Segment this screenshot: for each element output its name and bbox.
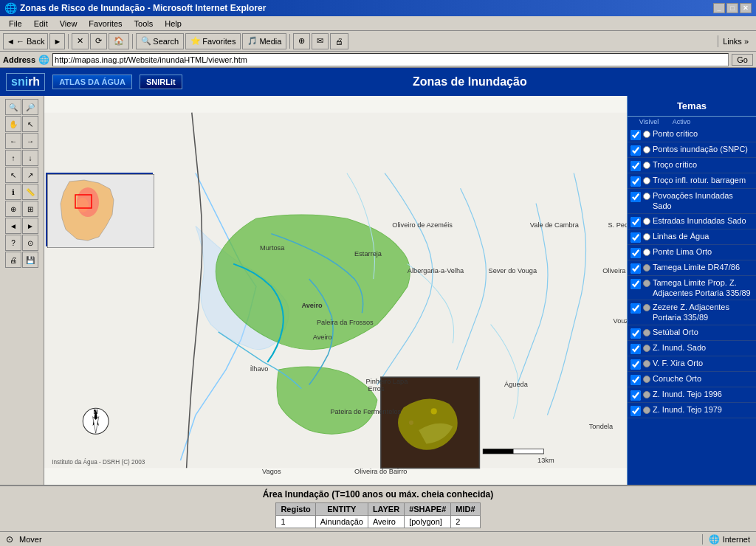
pan-button[interactable]: ✋: [5, 116, 21, 132]
theme-label-13: V. F. Xira Orto: [653, 358, 753, 368]
theme-checkbox-7[interactable]: [630, 248, 641, 258]
identify-button[interactable]: ?: [5, 235, 21, 251]
arrow-upleft-button[interactable]: ↖: [5, 167, 21, 183]
table-cell: Ainundação: [315, 516, 368, 528]
select-button[interactable]: ↖: [22, 116, 38, 132]
media-button[interactable]: 🎵 Media: [242, 33, 286, 49]
theme-label-1: Pontos inundação (SNPC): [653, 144, 753, 154]
query-button[interactable]: ⊙: [22, 235, 38, 251]
theme-item: Linhas de Água: [628, 229, 756, 245]
theme-checkbox-0[interactable]: [630, 130, 641, 140]
forward-icon: ►: [53, 37, 61, 46]
theme-dot-11: [643, 329, 650, 336]
theme-item: Tamega Limite Prop. Z. Adjacentes Portar…: [628, 276, 756, 301]
theme-dot-1: [643, 146, 650, 153]
menu-edit[interactable]: Edit: [28, 18, 54, 30]
col-active-label: Activo: [670, 118, 693, 125]
theme-dot-8: [643, 264, 650, 272]
go-button[interactable]: Go: [732, 54, 753, 66]
arrow-left-button[interactable]: ←: [5, 133, 21, 149]
svg-text:Instituto da Água - DSRH (C) 2: Instituto da Água - DSRH (C) 2003: [52, 458, 145, 466]
full-extent-button[interactable]: ⊕: [5, 201, 21, 217]
measure-button[interactable]: 📏: [22, 184, 38, 200]
search-label: Search: [153, 37, 179, 46]
theme-checkbox-5[interactable]: [630, 217, 641, 227]
theme-checkbox-6[interactable]: [630, 232, 641, 243]
info-button[interactable]: ℹ: [5, 184, 21, 200]
zoom-in-button[interactable]: 🔍: [5, 99, 21, 115]
arrow-right-button[interactable]: →: [22, 133, 38, 149]
export-button[interactable]: 💾: [22, 252, 38, 268]
print-button[interactable]: 🖨: [330, 33, 348, 49]
theme-checkbox-1[interactable]: [630, 145, 641, 156]
theme-label-9: Tamega Limite Prop. Z. Adjacentes Portar…: [653, 277, 753, 299]
theme-checkbox-2[interactable]: [630, 161, 641, 171]
theme-item: V. F. Xira Orto: [628, 356, 756, 372]
forward-button[interactable]: ►: [49, 33, 65, 49]
zoom-out-button[interactable]: 🔎: [22, 99, 38, 115]
close-button[interactable]: ✕: [740, 3, 752, 13]
theme-checkbox-13[interactable]: [630, 359, 641, 370]
next-extent-button[interactable]: ►: [22, 218, 38, 234]
menu-favorites[interactable]: Favorites: [83, 18, 128, 30]
favorites-button[interactable]: ⭐ Favorites: [185, 33, 241, 49]
arrow-down-button[interactable]: ↓: [22, 150, 38, 166]
menu-tools[interactable]: Tools: [128, 18, 159, 30]
mail-button[interactable]: ✉: [312, 33, 329, 49]
table-header: MID#: [451, 503, 480, 516]
status-text: Mover: [19, 535, 696, 544]
refresh-button[interactable]: ⟳: [90, 33, 107, 49]
theme-checkbox-14[interactable]: [630, 375, 641, 385]
arrow-up-button[interactable]: ↑: [5, 150, 21, 166]
status-icon: ⊙: [6, 534, 13, 545]
home-button[interactable]: 🏠: [109, 33, 129, 49]
print-map-button[interactable]: 🖨: [5, 252, 21, 268]
menu-help[interactable]: Help: [159, 18, 188, 30]
theme-label-12: Z. Inund. Sado: [653, 342, 753, 353]
internet-icon: 🌐: [709, 534, 720, 545]
theme-checkbox-8[interactable]: [630, 263, 641, 274]
home-icon: 🏠: [114, 36, 124, 46]
svg-text:Erros: Erros: [368, 385, 385, 393]
theme-dot-9: [643, 280, 650, 287]
svg-point-11: [431, 408, 437, 414]
svg-text:Águeda: Águeda: [504, 381, 529, 388]
theme-item: Setúbal Orto: [628, 325, 756, 341]
previous-extent-button[interactable]: ◄: [5, 218, 21, 234]
theme-checkbox-11[interactable]: [630, 328, 641, 339]
theme-checkbox-12[interactable]: [630, 344, 641, 354]
table-cell: 2: [451, 516, 480, 528]
theme-checkbox-3[interactable]: [630, 176, 641, 187]
snirl-button[interactable]: SNIRLit: [140, 75, 182, 89]
maximize-button[interactable]: □: [726, 3, 738, 13]
left-toolbar: 🔍 🔎 ✋ ↖ ← → ↑ ↓ ↖ ↗ ℹ 📏: [0, 96, 44, 485]
minimize-button[interactable]: _: [713, 3, 725, 13]
browser-icon: 🌐: [4, 2, 17, 14]
theme-checkbox-10[interactable]: [630, 303, 641, 314]
media-label: Media: [259, 37, 281, 46]
table-header: #SHAPE#: [405, 503, 451, 516]
theme-checkbox-9[interactable]: [630, 279, 641, 289]
theme-checkbox-15[interactable]: [630, 390, 641, 401]
theme-checkbox-16[interactable]: [630, 406, 641, 416]
theme-label-2: Troço crítico: [653, 159, 753, 170]
media-icon: 🎵: [247, 36, 258, 46]
svg-text:Estarreja: Estarreja: [354, 250, 382, 258]
theme-label-0: Ponto crítico: [653, 128, 753, 139]
menu-file[interactable]: File: [3, 18, 28, 30]
stop-button[interactable]: ✕: [72, 33, 89, 49]
theme-item: Z. Inund. Tejo 1979: [628, 403, 756, 418]
back-button[interactable]: ◄ ← Back: [3, 33, 48, 49]
theme-checkbox-4[interactable]: [630, 192, 641, 202]
theme-dot-14: [643, 376, 650, 383]
history-button[interactable]: ⊕: [293, 33, 310, 49]
atlas-button[interactable]: ATLAS DA ÁGUA: [52, 75, 132, 89]
search-button[interactable]: 🔍 Search: [136, 33, 184, 49]
menu-view[interactable]: View: [54, 18, 83, 30]
theme-item: Z. Inund. Tejo 1996: [628, 387, 756, 403]
address-input[interactable]: [52, 53, 729, 66]
map-wrapper[interactable]: Oliveiro de Azeméis Vale de Cambra S. Pe…: [44, 96, 627, 485]
arrow-upright-button[interactable]: ↗: [22, 167, 38, 183]
toolbar: ◄ ← Back ► ✕ ⟳ 🏠 🔍 Search ⭐ Favorites 🎵 …: [0, 31, 756, 52]
zoom-extent-button[interactable]: ⊞: [22, 201, 38, 217]
